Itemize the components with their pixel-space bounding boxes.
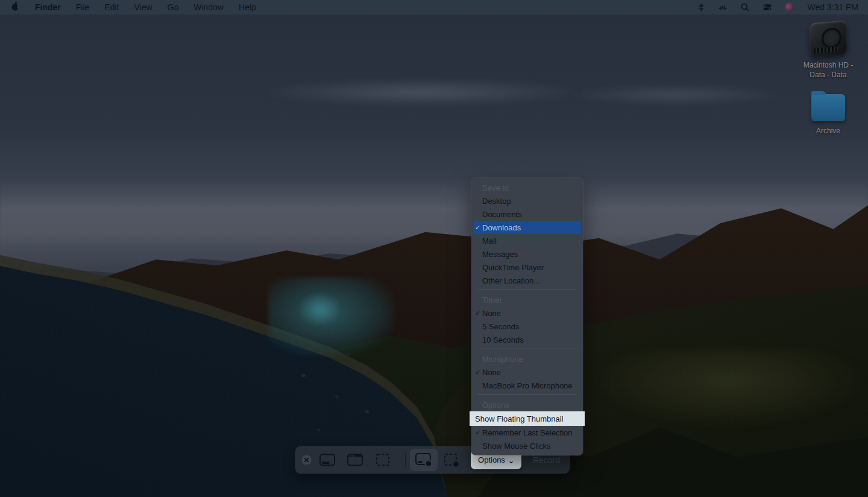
wallpaper-rocks — [329, 338, 333, 341]
menubar-item-window[interactable]: Window — [193, 2, 224, 12]
record-selection-button[interactable] — [442, 451, 462, 469]
menu-item-10-seconds[interactable]: 10 Seconds — [471, 333, 583, 346]
bluetooth-icon[interactable] — [697, 2, 705, 12]
menu-item-label: MacBook Pro Microphone — [482, 381, 573, 390]
chevron-down-icon: ⌄ — [508, 457, 514, 465]
menu-item-label: 10 Seconds — [482, 335, 524, 344]
menu-item-macbook-pro-microphone[interactable]: MacBook Pro Microphone — [471, 379, 583, 392]
options-menu: Save to Desktop Documents ✓Downloads Mai… — [471, 178, 583, 455]
menubar-item-view[interactable]: View — [134, 2, 152, 12]
menu-item-label: Downloads — [482, 223, 521, 232]
menu-item-mail[interactable]: Mail — [471, 234, 583, 247]
menu-item-other-location[interactable]: Other Location... — [471, 274, 583, 287]
menu-item-microphone-none[interactable]: ✓None — [471, 366, 583, 379]
menu-item-label: None — [482, 309, 501, 318]
close-button[interactable] — [301, 455, 312, 465]
wallpaper-cove-glow-core — [298, 293, 341, 326]
checkmark-icon: ✓ — [475, 369, 482, 376]
menu-item-label: None — [482, 368, 501, 377]
menu-bar-status-area: Wed 3:31 PM — [697, 2, 868, 12]
menu-separator — [477, 349, 577, 349]
menu-section-header-timer: Timer — [471, 293, 583, 306]
menu-item-label: QuickTime Player — [482, 263, 544, 272]
wallpaper-cliff-highlight — [591, 350, 868, 428]
hard-drive-icon — [810, 20, 848, 57]
menu-item-desktop[interactable]: Desktop — [471, 194, 583, 207]
toolbar-divider — [405, 452, 406, 467]
menu-item-label: Documents — [482, 210, 522, 219]
menubar-clock[interactable]: Wed 3:31 PM — [807, 2, 858, 12]
menu-bar-left: Finder File Edit View Go Window Help — [0, 1, 256, 13]
capture-window-button[interactable] — [345, 451, 365, 469]
hard-drive-label: Macintosh HD - Data - Data — [795, 60, 861, 80]
archive-label: Archive — [808, 126, 848, 136]
menu-item-label: Show Mouse Clicks — [482, 442, 550, 451]
menu-separator — [477, 290, 577, 290]
wallpaper-cloud — [567, 84, 784, 105]
menu-item-show-floating-thumbnail[interactable]: Show Floating Thumbnail — [470, 411, 585, 426]
wallpaper — [0, 0, 868, 497]
menu-item-label: Show Floating Thumbnail — [475, 414, 563, 423]
checkmark-icon: ✓ — [475, 309, 482, 317]
menu-item-label: Desktop — [482, 197, 511, 206]
menu-item-remember-last-selection[interactable]: ✓Remember Last Selection — [471, 426, 583, 439]
menu-item-label: 5 Seconds — [482, 322, 519, 331]
menu-bar: Finder File Edit View Go Window Help — [0, 0, 868, 14]
desktop: Finder File Edit View Go Window Help — [0, 0, 868, 497]
menu-item-label: Mail — [482, 236, 497, 245]
menu-item-show-mouse-clicks[interactable]: Show Mouse Clicks — [471, 439, 583, 452]
options-button-label: Options — [478, 455, 505, 464]
menu-item-label: Other Location... — [482, 276, 540, 285]
menu-separator — [477, 394, 577, 395]
apple-icon[interactable] — [11, 1, 20, 13]
wallpaper-cloud — [259, 78, 585, 106]
desktop-icon-archive[interactable]: Archive — [808, 94, 848, 136]
menu-item-documents[interactable]: Documents — [471, 207, 583, 221]
checkmark-icon: ✓ — [475, 429, 482, 437]
record-entire-screen-button[interactable] — [410, 449, 438, 471]
desktop-icon-macintosh-hd[interactable]: Macintosh HD - Data - Data — [795, 22, 861, 80]
menu-item-5-seconds[interactable]: 5 Seconds — [471, 320, 583, 333]
capture-selection-button[interactable] — [373, 451, 393, 469]
capture-entire-screen-button[interactable] — [317, 451, 338, 469]
menu-item-timer-none[interactable]: ✓None — [471, 306, 583, 320]
menu-section-header-microphone: Microphone — [471, 352, 583, 366]
siri-icon[interactable] — [785, 2, 794, 12]
menubar-item-file[interactable]: File — [76, 2, 90, 12]
menubar-item-edit[interactable]: Edit — [104, 2, 119, 12]
control-center-icon[interactable] — [763, 2, 772, 12]
menu-item-label: Messages — [482, 250, 518, 259]
keyboard-brightness-icon[interactable] — [718, 2, 728, 12]
menu-item-label: Remember Last Selection — [482, 428, 573, 437]
menu-item-messages[interactable]: Messages — [471, 247, 583, 261]
menu-item-quicktime-player[interactable]: QuickTime Player — [471, 261, 583, 274]
spotlight-search-icon[interactable] — [740, 2, 750, 12]
menu-section-header-options: Options — [471, 398, 583, 411]
checkmark-icon: ✓ — [475, 224, 482, 232]
menubar-item-help[interactable]: Help — [239, 2, 256, 12]
menu-section-header-save-to: Save to — [471, 181, 583, 194]
menubar-item-go[interactable]: Go — [168, 2, 179, 12]
menubar-app-name[interactable]: Finder — [35, 2, 61, 12]
folder-icon — [811, 94, 845, 121]
menu-item-downloads[interactable]: ✓Downloads — [473, 221, 581, 234]
